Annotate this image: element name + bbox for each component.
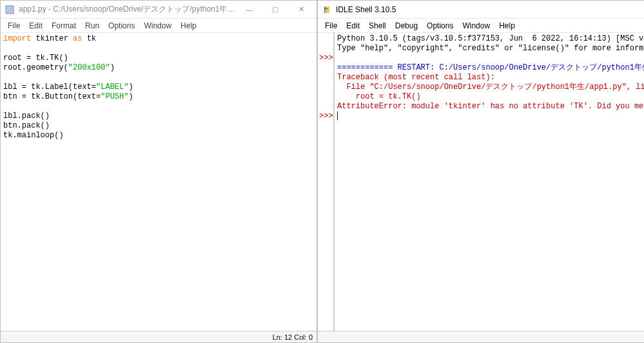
editor-menubar: File Edit Format Run Options Window Help (1, 19, 317, 33)
shell-body[interactable]: Python 3.10.5 (tags/v3.10.5:f377153, Jun… (335, 33, 644, 331)
banner-line: Python 3.10.5 (tags/v3.10.5:f377153, Jun… (337, 34, 644, 43)
maximize-button[interactable]: ▢ (262, 1, 288, 18)
shell-prompt-gutter: >>> >>> (318, 33, 335, 331)
shell-statusbar: Ln: 9 Col: 0 (318, 331, 644, 342)
traceback-line: Traceback (most recent call last): (337, 73, 495, 82)
shell-title: IDLE Shell 3.10.5 (336, 5, 644, 14)
python-file-icon (5, 5, 15, 15)
idle-icon (322, 5, 332, 15)
shell-cursor (337, 112, 338, 120)
traceback-line: root = tk.TK() (337, 92, 421, 101)
minimize-button[interactable]: — (237, 1, 262, 18)
traceback-line: AttributeError: module 'tkinter' has no … (337, 102, 644, 111)
editor-statusbar: Ln: 12 Col: 0 (1, 331, 317, 342)
menu-debug[interactable]: Debug (391, 20, 422, 32)
menu-edit[interactable]: Edit (24, 20, 47, 32)
banner-line: Type "help", "copyright", "credits" or "… (337, 44, 644, 53)
shell-window: IDLE Shell 3.10.5 — ▢ ✕ File Edit Shell … (317, 0, 644, 343)
menu-run[interactable]: Run (81, 20, 104, 32)
menu-options[interactable]: Options (104, 20, 139, 32)
menu-window[interactable]: Window (139, 20, 176, 32)
editor-code-area[interactable]: import tkinter as tk root = tk.TK() root… (1, 33, 317, 331)
editor-cursor-pos: Ln: 12 Col: 0 (273, 333, 313, 341)
menu-file[interactable]: File (3, 20, 24, 32)
shell-titlebar: IDLE Shell 3.10.5 — ▢ ✕ (318, 1, 644, 19)
menu-help[interactable]: Help (176, 20, 201, 32)
menu-format[interactable]: Format (47, 20, 81, 32)
editor-title: app1.py - C:/Users/snoop/OneDrive/デスクトップ… (19, 4, 237, 15)
editor-titlebar: app1.py - C:/Users/snoop/OneDrive/デスクトップ… (1, 1, 317, 19)
menu-help[interactable]: Help (494, 20, 520, 32)
editor-window-controls: — ▢ ✕ (237, 1, 314, 18)
traceback-line: File "C:/Users/snoop/OneDrive/デスクトップ/pyt… (337, 83, 644, 92)
menu-edit[interactable]: Edit (342, 20, 364, 32)
svg-rect-0 (6, 6, 14, 14)
restart-line: ============ RESTART: C:/Users/snoop/One… (337, 63, 644, 72)
close-button[interactable]: ✕ (288, 1, 314, 18)
menu-options[interactable]: Options (422, 20, 458, 32)
menu-file[interactable]: File (320, 20, 342, 32)
menu-shell[interactable]: Shell (364, 20, 391, 32)
shell-menubar: File Edit Shell Debug Options Window Hel… (318, 19, 644, 33)
menu-window[interactable]: Window (458, 20, 494, 32)
shell-output-area[interactable]: >>> >>> Python 3.10.5 (tags/v3.10.5:f377… (318, 33, 644, 331)
editor-window: app1.py - C:/Users/snoop/OneDrive/デスクトップ… (0, 0, 317, 343)
